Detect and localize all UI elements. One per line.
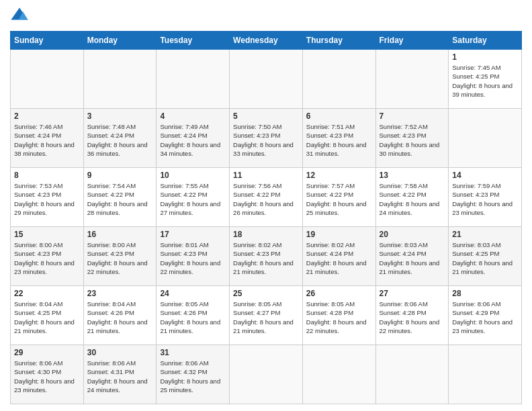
calendar-cell: 8Sunrise: 7:53 AMSunset: 4:23 PMDaylight… — [11, 168, 84, 227]
header — [10, 7, 522, 26]
day-number: 27 — [380, 289, 445, 298]
day-header-monday: Monday — [83, 32, 157, 50]
day-number: 23 — [87, 289, 153, 298]
day-info: Sunrise: 8:06 AMSunset: 4:32 PMDaylight:… — [160, 359, 220, 394]
day-info: Sunrise: 7:53 AMSunset: 4:23 PMDaylight:… — [14, 182, 75, 216]
day-header-saturday: Saturday — [449, 32, 522, 50]
day-number: 28 — [452, 289, 518, 298]
day-number: 9 — [87, 171, 153, 180]
calendar-cell: 1Sunrise: 7:45 AMSunset: 4:25 PMDaylight… — [449, 50, 522, 109]
day-info: Sunrise: 8:06 AMSunset: 4:29 PMDaylight:… — [452, 300, 513, 334]
day-number: 10 — [160, 171, 226, 180]
day-info: Sunrise: 8:05 AMSunset: 4:26 PMDaylight:… — [160, 300, 220, 334]
day-info: Sunrise: 7:45 AMSunset: 4:25 PMDaylight:… — [452, 64, 513, 98]
day-info: Sunrise: 7:54 AMSunset: 4:22 PMDaylight:… — [87, 182, 148, 216]
day-number: 22 — [14, 289, 80, 298]
day-info: Sunrise: 7:49 AMSunset: 4:24 PMDaylight:… — [160, 123, 220, 157]
day-info: Sunrise: 8:00 AMSunset: 4:23 PMDaylight:… — [14, 241, 75, 275]
calendar-cell: 18Sunrise: 8:02 AMSunset: 4:23 PMDayligh… — [230, 227, 303, 286]
calendar-cell: 31Sunrise: 8:06 AMSunset: 4:32 PMDayligh… — [157, 345, 230, 404]
day-info: Sunrise: 8:02 AMSunset: 4:24 PMDaylight:… — [306, 241, 367, 275]
day-number: 16 — [87, 230, 153, 239]
day-info: Sunrise: 8:06 AMSunset: 4:30 PMDaylight:… — [14, 359, 75, 394]
day-number: 20 — [380, 230, 445, 239]
day-header-wednesday: Wednesday — [230, 32, 303, 50]
calendar-cell: 22Sunrise: 8:04 AMSunset: 4:25 PMDayligh… — [11, 286, 84, 345]
calendar-cell: 16Sunrise: 8:00 AMSunset: 4:23 PMDayligh… — [83, 227, 157, 286]
day-number: 7 — [380, 111, 445, 121]
day-number: 6 — [306, 111, 372, 121]
calendar-table: SundayMondayTuesdayWednesdayThursdayFrid… — [10, 31, 522, 404]
calendar-cell — [83, 50, 157, 109]
calendar-cell — [11, 50, 84, 109]
calendar-cell — [302, 50, 375, 109]
calendar-cell: 28Sunrise: 8:06 AMSunset: 4:29 PMDayligh… — [449, 286, 522, 345]
day-number: 30 — [87, 348, 153, 357]
calendar-cell: 15Sunrise: 8:00 AMSunset: 4:23 PMDayligh… — [11, 227, 84, 286]
day-info: Sunrise: 7:55 AMSunset: 4:22 PMDaylight:… — [160, 182, 220, 216]
day-info: Sunrise: 8:02 AMSunset: 4:23 PMDaylight:… — [233, 241, 294, 275]
day-number: 1 — [452, 52, 518, 62]
day-number: 5 — [233, 111, 299, 121]
calendar-cell: 3Sunrise: 7:48 AMSunset: 4:24 PMDaylight… — [83, 109, 157, 168]
day-number: 15 — [14, 230, 80, 239]
day-number: 11 — [233, 171, 299, 180]
day-info: Sunrise: 7:59 AMSunset: 4:23 PMDaylight:… — [452, 182, 513, 216]
day-number: 12 — [306, 171, 372, 180]
calendar-header-row: SundayMondayTuesdayWednesdayThursdayFrid… — [11, 32, 522, 50]
calendar-cell — [157, 50, 230, 109]
calendar-cell: 21Sunrise: 8:03 AMSunset: 4:25 PMDayligh… — [449, 227, 522, 286]
calendar-week-6: 29Sunrise: 8:06 AMSunset: 4:30 PMDayligh… — [11, 345, 522, 404]
calendar-cell: 11Sunrise: 7:56 AMSunset: 4:22 PMDayligh… — [230, 168, 303, 227]
day-info: Sunrise: 7:57 AMSunset: 4:22 PMDaylight:… — [306, 182, 367, 216]
day-number: 31 — [160, 348, 226, 357]
day-header-friday: Friday — [375, 32, 449, 50]
day-info: Sunrise: 8:06 AMSunset: 4:31 PMDaylight:… — [87, 359, 148, 394]
calendar-cell: 4Sunrise: 7:49 AMSunset: 4:24 PMDaylight… — [157, 109, 230, 168]
calendar-cell: 29Sunrise: 8:06 AMSunset: 4:30 PMDayligh… — [11, 345, 84, 404]
day-info: Sunrise: 7:56 AMSunset: 4:22 PMDaylight:… — [233, 182, 294, 216]
day-number: 25 — [233, 289, 299, 298]
day-number: 2 — [14, 111, 80, 121]
day-info: Sunrise: 7:48 AMSunset: 4:24 PMDaylight:… — [87, 123, 148, 157]
day-number: 17 — [160, 230, 226, 239]
day-number: 19 — [306, 230, 372, 239]
calendar-cell: 7Sunrise: 7:52 AMSunset: 4:23 PMDaylight… — [375, 109, 449, 168]
day-number: 4 — [160, 111, 226, 121]
calendar-cell: 23Sunrise: 8:04 AMSunset: 4:26 PMDayligh… — [83, 286, 157, 345]
calendar-cell: 5Sunrise: 7:50 AMSunset: 4:23 PMDaylight… — [230, 109, 303, 168]
calendar-cell — [230, 345, 303, 404]
day-number: 24 — [160, 289, 226, 298]
calendar-cell — [302, 345, 375, 404]
calendar-week-3: 8Sunrise: 7:53 AMSunset: 4:23 PMDaylight… — [11, 168, 522, 227]
day-info: Sunrise: 8:03 AMSunset: 4:24 PMDaylight:… — [380, 241, 440, 275]
calendar-week-2: 2Sunrise: 7:46 AMSunset: 4:24 PMDaylight… — [11, 109, 522, 168]
calendar-week-5: 22Sunrise: 8:04 AMSunset: 4:25 PMDayligh… — [11, 286, 522, 345]
calendar-cell: 26Sunrise: 8:05 AMSunset: 4:28 PMDayligh… — [302, 286, 375, 345]
calendar-cell: 17Sunrise: 8:01 AMSunset: 4:23 PMDayligh… — [157, 227, 230, 286]
calendar-cell — [449, 345, 522, 404]
calendar-cell: 14Sunrise: 7:59 AMSunset: 4:23 PMDayligh… — [449, 168, 522, 227]
day-header-tuesday: Tuesday — [157, 32, 230, 50]
calendar-cell: 13Sunrise: 7:58 AMSunset: 4:22 PMDayligh… — [375, 168, 449, 227]
day-number: 8 — [14, 171, 80, 180]
day-info: Sunrise: 8:05 AMSunset: 4:28 PMDaylight:… — [306, 300, 367, 334]
calendar-cell: 2Sunrise: 7:46 AMSunset: 4:24 PMDaylight… — [11, 109, 84, 168]
day-info: Sunrise: 7:52 AMSunset: 4:23 PMDaylight:… — [380, 123, 440, 157]
day-info: Sunrise: 7:58 AMSunset: 4:22 PMDaylight:… — [380, 182, 440, 216]
day-number: 14 — [452, 171, 518, 180]
day-info: Sunrise: 7:51 AMSunset: 4:23 PMDaylight:… — [306, 123, 367, 157]
day-number: 26 — [306, 289, 372, 298]
page: SundayMondayTuesdayWednesdayThursdayFrid… — [0, 0, 532, 411]
day-number: 3 — [87, 111, 153, 121]
day-info: Sunrise: 8:03 AMSunset: 4:25 PMDaylight:… — [452, 241, 513, 275]
logo — [10, 7, 32, 26]
calendar-cell: 19Sunrise: 8:02 AMSunset: 4:24 PMDayligh… — [302, 227, 375, 286]
day-header-sunday: Sunday — [11, 32, 84, 50]
calendar-cell — [230, 50, 303, 109]
day-number: 21 — [452, 230, 518, 239]
day-info: Sunrise: 8:01 AMSunset: 4:23 PMDaylight:… — [160, 241, 220, 275]
calendar-week-4: 15Sunrise: 8:00 AMSunset: 4:23 PMDayligh… — [11, 227, 522, 286]
day-number: 13 — [380, 171, 445, 180]
calendar-cell: 9Sunrise: 7:54 AMSunset: 4:22 PMDaylight… — [83, 168, 157, 227]
